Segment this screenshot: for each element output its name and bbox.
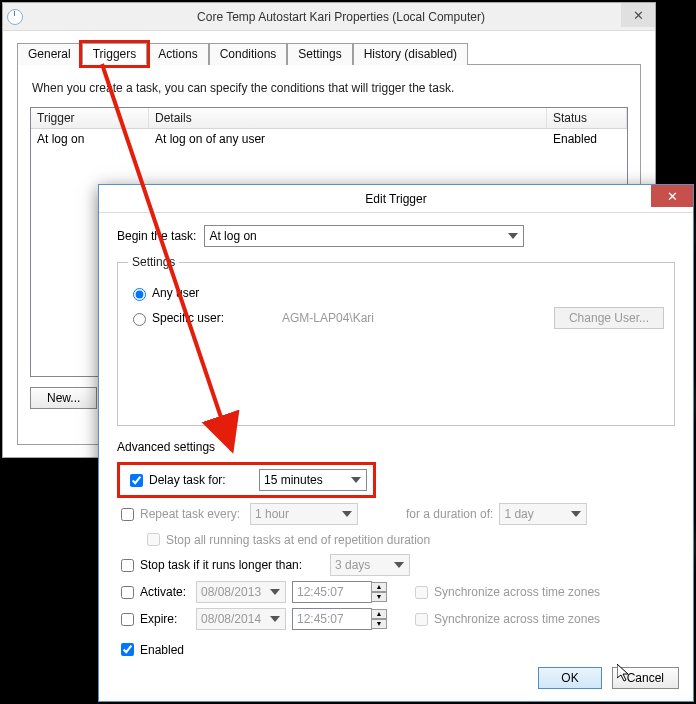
activate-checkbox[interactable] [121, 586, 134, 599]
expire-label: Expire: [140, 612, 196, 626]
close-button[interactable]: ✕ [621, 3, 655, 27]
edit-close-button[interactable]: ✕ [651, 185, 693, 207]
expire-date: 08/08/2014 [196, 608, 286, 630]
stop-longer-select: 3 days [330, 554, 410, 576]
tab-general[interactable]: General [17, 43, 82, 65]
cell-trigger: At log on [31, 129, 149, 149]
activate-sync-checkbox [415, 586, 428, 599]
begin-task-select[interactable]: At log on [204, 225, 524, 247]
enabled-label: Enabled [140, 643, 184, 657]
delay-row: Delay task for: 15 minutes [117, 462, 675, 498]
titlebar: Core Temp Autostart Kari Properties (Loc… [3, 3, 655, 31]
repeat-task-checkbox[interactable] [121, 508, 134, 521]
table-row[interactable]: At log on At log on of any user Enabled [31, 129, 627, 149]
repeat-duration-label: for a duration of: [406, 507, 493, 521]
col-status-header[interactable]: Status [547, 108, 627, 128]
new-trigger-button[interactable]: New... [30, 387, 97, 409]
expire-sync-checkbox [415, 613, 428, 626]
cancel-button[interactable]: Cancel [612, 667, 679, 689]
tab-actions[interactable]: Actions [147, 43, 208, 65]
settings-legend: Settings [128, 255, 179, 269]
ok-button[interactable]: OK [538, 667, 601, 689]
change-user-button: Change User... [554, 307, 664, 329]
delay-task-checkbox[interactable] [130, 474, 143, 487]
repeat-every-select: 1 hour [250, 503, 358, 525]
edit-window-title: Edit Trigger [99, 192, 693, 206]
radio-specific-user[interactable] [133, 313, 146, 326]
stop-longer-row: Stop task if it runs longer than: 3 days [117, 554, 675, 576]
repeat-task-label: Repeat task every: [140, 507, 250, 521]
task-icon [7, 9, 23, 25]
tab-triggers[interactable]: Triggers [82, 43, 148, 65]
tab-conditions[interactable]: Conditions [209, 43, 288, 65]
stop-running-label: Stop all running tasks at end of repetit… [166, 533, 430, 547]
triggers-intro: When you create a task, you can specify … [32, 81, 626, 95]
radio-any-user[interactable] [133, 288, 146, 301]
expire-spinner: ▲▼ [371, 609, 387, 629]
begin-task-row: Begin the task: At log on [117, 225, 675, 247]
stop-running-row: Stop all running tasks at end of repetit… [117, 530, 675, 549]
radio-any-user-label: Any user [152, 286, 199, 300]
enabled-checkbox[interactable] [121, 643, 134, 656]
stop-running-checkbox [147, 533, 160, 546]
advanced-settings-label: Advanced settings [117, 440, 675, 454]
stop-longer-label: Stop task if it runs longer than: [140, 558, 330, 572]
activate-date: 08/08/2013 [196, 581, 286, 603]
window-title: Core Temp Autostart Kari Properties (Loc… [31, 10, 651, 24]
dialog-footer: OK Cancel [538, 667, 679, 689]
stop-longer-checkbox[interactable] [121, 559, 134, 572]
tab-settings[interactable]: Settings [287, 43, 352, 65]
cell-status: Enabled [547, 129, 627, 149]
expire-sync-label: Synchronize across time zones [434, 612, 600, 626]
tab-history[interactable]: History (disabled) [353, 43, 468, 65]
activate-sync-label: Synchronize across time zones [434, 585, 600, 599]
specific-user-value: AGM-LAP04\Kari [242, 311, 554, 325]
grid-header: Trigger Details Status [31, 108, 627, 129]
edit-titlebar: Edit Trigger ✕ [99, 185, 693, 213]
settings-fieldset: Settings Any user Specific user: AGM-LAP… [117, 255, 675, 426]
delay-task-select[interactable]: 15 minutes [259, 469, 367, 491]
activate-row: Activate: 08/08/2013 ▲▼ Synchronize acro… [117, 581, 675, 603]
col-trigger-header[interactable]: Trigger [31, 108, 149, 128]
begin-task-label: Begin the task: [117, 229, 196, 243]
edit-trigger-window: Edit Trigger ✕ Begin the task: At log on… [98, 184, 694, 702]
activate-spinner: ▲▼ [371, 582, 387, 602]
tab-strip: General Triggers Actions Conditions Sett… [17, 43, 641, 65]
repeat-duration-select: 1 day [499, 503, 587, 525]
expire-checkbox[interactable] [121, 613, 134, 626]
enabled-row: Enabled [117, 640, 675, 659]
activate-label: Activate: [140, 585, 196, 599]
cell-details: At log on of any user [149, 129, 547, 149]
radio-any-user-row: Any user [128, 285, 664, 301]
radio-specific-user-label: Specific user: [152, 311, 242, 325]
activate-time [292, 581, 372, 603]
expire-time [292, 608, 372, 630]
radio-specific-user-row: Specific user: AGM-LAP04\Kari Change Use… [128, 307, 664, 329]
col-details-header[interactable]: Details [149, 108, 547, 128]
edit-body: Begin the task: At log on Settings Any u… [99, 213, 693, 676]
repeat-row: Repeat task every: 1 hour for a duration… [117, 503, 675, 525]
expire-row: Expire: 08/08/2014 ▲▼ Synchronize across… [117, 608, 675, 630]
delay-task-label: Delay task for: [149, 473, 259, 487]
